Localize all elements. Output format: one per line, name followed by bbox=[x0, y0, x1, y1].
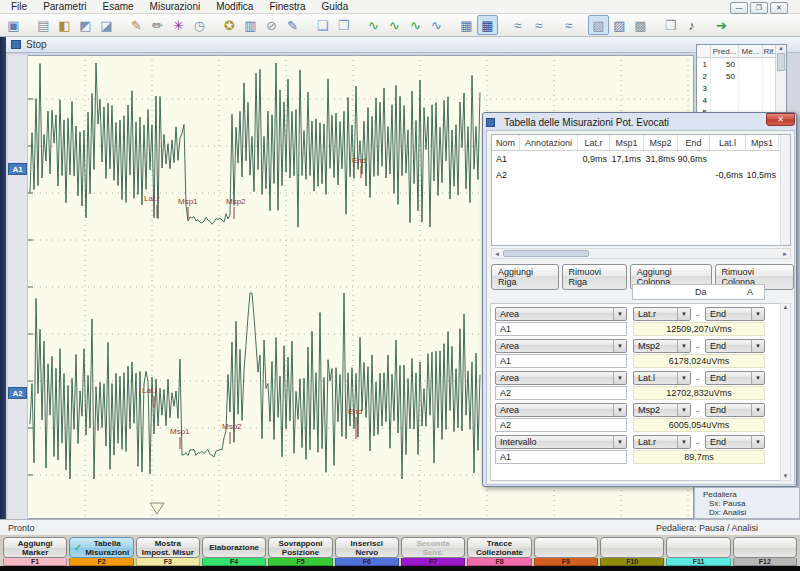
function-button-bar: Aggiungi MarkerF1✓TabellaMisurazioniF2Mo… bbox=[0, 535, 800, 566]
measurement-table-row[interactable]: A2-0,6ms10,5ms bbox=[492, 167, 790, 183]
menu-item-finestra[interactable]: Finestra bbox=[262, 1, 312, 12]
menu-item-esame[interactable]: Esame bbox=[95, 1, 140, 12]
chart-next-icon[interactable]: ∿ bbox=[384, 15, 405, 35]
column-header-annotazioni[interactable]: Annotazioni bbox=[520, 135, 578, 150]
striped-book-icon[interactable]: ▩ bbox=[630, 15, 651, 35]
stamp-icon[interactable]: ✪ bbox=[219, 15, 240, 35]
mini-table-row[interactable]: 3 bbox=[697, 82, 786, 94]
speaker-icon[interactable]: ♪ bbox=[681, 15, 702, 35]
curve-report-icon[interactable]: ◩ bbox=[75, 15, 96, 35]
column-header-mps1[interactable]: Mps1 bbox=[746, 135, 779, 150]
measurement-table-dialog[interactable]: Tabella delle Misurazioni Pot. Evocati ✕… bbox=[482, 112, 797, 487]
curve-report2-icon[interactable]: ◪ bbox=[96, 15, 117, 35]
edit-note-icon[interactable]: ✎ bbox=[126, 15, 147, 35]
measure-to-select[interactable]: End▼ bbox=[705, 403, 765, 417]
toolbar-group: ▤◧◩◪ bbox=[33, 15, 117, 35]
footer-button-f9[interactable] bbox=[534, 537, 598, 558]
chart-new-icon[interactable]: ∿ bbox=[363, 15, 384, 35]
measure-to-select[interactable]: End▼ bbox=[705, 371, 765, 385]
column-header-latr[interactable]: Lat.r bbox=[578, 135, 610, 150]
photos-icon[interactable]: ❏ bbox=[312, 15, 333, 35]
restore-button[interactable]: ❐ bbox=[750, 2, 768, 14]
measure-type-select[interactable]: Area▼ bbox=[495, 307, 627, 321]
measure-from-select[interactable]: Lat.r▼ bbox=[633, 435, 691, 449]
print-icon[interactable]: ▤ bbox=[33, 15, 54, 35]
scroll-thumb[interactable] bbox=[503, 250, 589, 257]
table-view-icon[interactable]: ▦ bbox=[456, 15, 477, 35]
measure-type-select[interactable]: Area▼ bbox=[495, 339, 627, 353]
footer-button-f12[interactable] bbox=[733, 537, 797, 558]
mini-table-row[interactable]: 4 bbox=[697, 94, 786, 106]
measure-to-select[interactable]: End▼ bbox=[705, 307, 765, 321]
footer-button-f1[interactable]: Aggiungi Marker bbox=[3, 537, 67, 558]
measurement-table-row[interactable]: A10,9ms17,1ms31,8ms90,6ms bbox=[492, 151, 790, 167]
minimize-button[interactable]: — bbox=[730, 2, 748, 14]
menu-item-misurazioni[interactable]: Misurazioni bbox=[143, 1, 208, 12]
menu-item-parametri[interactable]: Parametri bbox=[36, 1, 93, 12]
footer-button-f4[interactable]: Elaborazione bbox=[202, 537, 266, 558]
exam-archive-icon[interactable]: ◧ bbox=[54, 15, 75, 35]
photos-copy-icon[interactable]: ❐ bbox=[333, 15, 354, 35]
range-dash: - bbox=[696, 310, 699, 320]
mini-chart3-icon[interactable]: ≈ bbox=[558, 15, 579, 35]
dialog-close-button[interactable]: ✕ bbox=[766, 113, 795, 126]
menu-item-guida[interactable]: Guida bbox=[315, 1, 356, 12]
measure-type-select[interactable]: Area▼ bbox=[495, 371, 627, 385]
measure-type-select[interactable]: Area▼ bbox=[495, 403, 627, 417]
chart-dots-icon[interactable]: ▨ bbox=[609, 15, 630, 35]
save-icon[interactable]: ▣ bbox=[3, 15, 24, 35]
menu-item-file[interactable]: File bbox=[4, 1, 34, 12]
timer-grid-icon[interactable]: ◷ bbox=[189, 15, 210, 35]
measurement-table[interactable]: NomAnnotazioniLat.rMsp1Msp2EndLat.lMps1 … bbox=[491, 134, 791, 246]
measure-rows-scrollbar[interactable]: ▲▼ bbox=[780, 303, 791, 481]
mini-values-window[interactable]: Pred...Me...Rif. 150250345 ▲ bbox=[696, 44, 787, 114]
footer-button-f8[interactable]: TracceCollezionate bbox=[467, 537, 531, 558]
mini-table-row[interactable]: 250 bbox=[697, 70, 786, 82]
measurement-table-vscrollbar[interactable] bbox=[780, 135, 790, 245]
mini-chart-icon[interactable]: ≈ bbox=[507, 15, 528, 35]
chevron-down-icon: ▼ bbox=[751, 404, 764, 416]
footer-button-f2[interactable]: ✓TabellaMisurazioni bbox=[69, 537, 133, 558]
mini-chart2-icon[interactable]: ≈ bbox=[528, 15, 549, 35]
measure-from-select[interactable]: Lat.l▼ bbox=[633, 371, 691, 385]
measure-to-select[interactable]: End▼ bbox=[705, 339, 765, 353]
mini-table-row[interactable]: 150 bbox=[697, 58, 786, 70]
footer-button-f5[interactable]: SovrapponiPosizione bbox=[268, 537, 332, 558]
column-header-msp2[interactable]: Msp2 bbox=[644, 135, 678, 150]
scroll-left-icon[interactable]: ◄ bbox=[492, 251, 502, 257]
dialog-titlebar[interactable]: Tabella delle Misurazioni Pot. Evocati bbox=[486, 115, 795, 130]
exit-icon[interactable]: ➔ bbox=[711, 15, 732, 35]
column-header-nom[interactable]: Nom bbox=[492, 135, 520, 150]
column-header-msp1[interactable]: Msp1 bbox=[610, 135, 644, 150]
measure-from-select[interactable]: Lat.r▼ bbox=[633, 307, 691, 321]
footer-button-f10[interactable] bbox=[600, 537, 664, 558]
close-button[interactable]: ✕ bbox=[770, 2, 788, 14]
photo-swap-icon[interactable]: ❐ bbox=[660, 15, 681, 35]
measure-type-select[interactable]: Intervallo▼ bbox=[495, 435, 627, 449]
measure-from-select[interactable]: Msp2▼ bbox=[633, 403, 691, 417]
footer-button-f6[interactable]: InserisciNervo bbox=[335, 537, 399, 558]
mini-table-scrollbar[interactable]: ▲ bbox=[775, 45, 786, 113]
menu-item-modifica[interactable]: Modifica bbox=[209, 1, 260, 12]
measurement-table-hscrollbar[interactable]: ◄ ► bbox=[491, 248, 791, 259]
footer-button-f7[interactable]: SecondaSens. bbox=[401, 537, 465, 558]
column-header-end[interactable]: End bbox=[678, 135, 710, 150]
add-row-button[interactable]: Aggiungi Riga bbox=[491, 264, 559, 290]
footer-button-f3[interactable]: MostraImpost. Misur bbox=[136, 537, 200, 558]
remove-row-button[interactable]: Rimuovi Riga bbox=[562, 264, 627, 290]
scroll-right-icon[interactable]: ► bbox=[780, 251, 790, 257]
edit-chart-icon[interactable]: ✎ bbox=[282, 15, 303, 35]
brush-icon[interactable]: ✏ bbox=[147, 15, 168, 35]
measure-from-select[interactable]: Msp2▼ bbox=[633, 339, 691, 353]
table-active-icon[interactable]: ▦ bbox=[477, 15, 498, 35]
child-window-titlebar[interactable]: Stop bbox=[6, 37, 800, 53]
stimulus-burst-icon[interactable]: ✳ bbox=[168, 15, 189, 35]
measure-to-select[interactable]: End▼ bbox=[705, 435, 765, 449]
notebook-icon[interactable]: ▧ bbox=[588, 15, 609, 35]
footer-button-f11[interactable] bbox=[666, 537, 730, 558]
chart-up-icon[interactable]: ∿ bbox=[405, 15, 426, 35]
no-edit-icon[interactable]: ⊘ bbox=[261, 15, 282, 35]
chart-wave-icon[interactable]: ∿ bbox=[426, 15, 447, 35]
column-header-latl[interactable]: Lat.l bbox=[710, 135, 746, 150]
book-icon[interactable]: ▥ bbox=[240, 15, 261, 35]
